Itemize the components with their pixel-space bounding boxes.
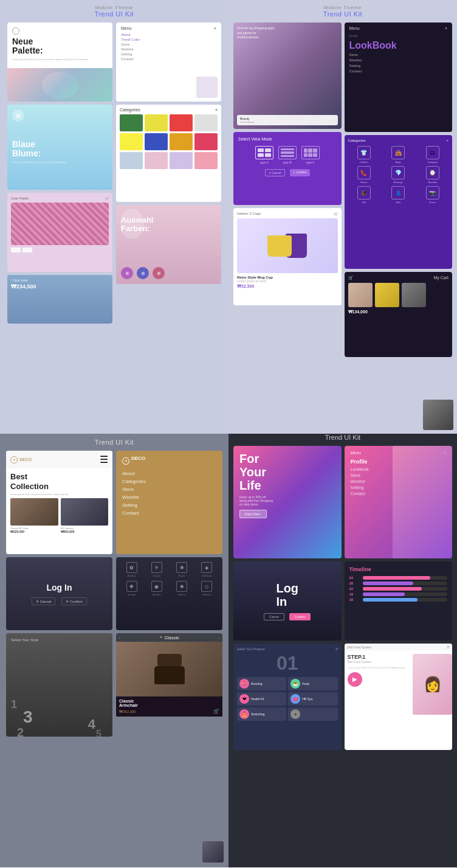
- q2-hero-text: Find the top Shopping appsand games forA…: [237, 26, 338, 40]
- q3-next-btn[interactable]: ›: [218, 636, 219, 639]
- q4-food-title: Diet Food System: [348, 645, 372, 649]
- q2-kit-sub: Mobile Theme: [228, 0, 457, 10]
- q4-menu-title: Menu: [351, 451, 362, 455]
- auswahl-icon-2: ⊛: [137, 267, 149, 279]
- palette-label: Color Palette: [11, 196, 29, 200]
- q3-deco-subtext: Lorem ipsum dolor sit amet consectetur a…: [10, 493, 108, 496]
- auswahl-farben-card: AuswahlFarben: ⊛ ⊛ ⊛: [116, 205, 221, 284]
- icon-classic-1: ⚜: [151, 562, 162, 573]
- neue-title: NeuePalette:: [12, 37, 108, 56]
- color-palette-card: Color Palette 🛒: [7, 193, 112, 272]
- q3-login-buttons: ✕ Cancel ✕ Confirm: [32, 597, 87, 605]
- q1-menu-close[interactable]: ×: [214, 26, 216, 30]
- neue-palette-card: NeuePalette: Lorem ipsum dolor sit amet …: [7, 23, 112, 102]
- q4-hero-title: ForYourLife: [239, 452, 335, 492]
- q2-cart-items: [348, 283, 449, 307]
- q3-kit-title: Trend UI Kit: [0, 434, 228, 446]
- q2-cart-icon: 🛒: [334, 212, 338, 216]
- q4-timeline-22: 22: [349, 587, 448, 591]
- q4-running-icon: 🏃: [239, 679, 249, 689]
- q4-hero-sub: Enjoy up to 35% offalong with free Shopp…: [239, 495, 335, 506]
- quadrant-top-left: Mobile Theme Trend UI Kit NeuePalette: L…: [0, 0, 228, 434]
- q2-purple-cat-title: Categories: [348, 139, 366, 142]
- q4-kit-title: Trend UI Kit: [228, 434, 457, 441]
- q4-fitness-hero-content: ForYourLife Enjoy up to 35% offalong wit…: [233, 446, 342, 558]
- q4-menu-lookbook: Lookbook: [351, 467, 447, 471]
- q2-product-sub: Lorem ipsum sit amet: [237, 279, 338, 283]
- auswahl-icon-3: ⊛: [153, 267, 165, 279]
- ultra-label: * Ultra Violet: [11, 279, 109, 282]
- q3-armchair-title: ClassicArmchair: [119, 699, 219, 707]
- q3-deco-store: Store: [122, 487, 216, 492]
- icon-nature-1: ❀: [176, 581, 187, 592]
- q4-food-icon: 🥗: [290, 679, 300, 689]
- q4-fitness-hero-card: ForYourLife Enjoy up to 35% offalong wit…: [233, 446, 342, 558]
- q2-my-cart-title: My Cart: [434, 276, 449, 280]
- q3-style-card: Select Your Style 3 1 4 2 5: [6, 633, 112, 737]
- q3-product-chair-price: ₩325,000: [10, 530, 58, 533]
- q2-product-image: [237, 218, 338, 273]
- q4-confirm-btn[interactable]: Confirm: [289, 613, 311, 620]
- q4-timeline-title: Timeline: [349, 566, 448, 572]
- q4-more-btn[interactable]: +: [288, 707, 337, 721]
- q4-hero-btn[interactable]: Enjoy Now ›: [239, 510, 267, 518]
- q4-hr-icon: 💓: [290, 694, 300, 704]
- q4-food-btn[interactable]: 🥗 Food: [288, 677, 337, 690]
- neue-bg-image: [7, 68, 112, 102]
- q3-armchair-price: ₩352,300: [119, 709, 136, 713]
- q4-program-icons-grid: 🏃 Running 🥗 Food ❤ Health Fit 💓: [237, 677, 338, 721]
- q4-program-menu: ☰: [335, 647, 338, 651]
- q3-cancel-btn[interactable]: ✕ Cancel: [32, 597, 55, 605]
- q4-hr-btn[interactable]: 💓 HR Sys.: [288, 692, 337, 706]
- q2-confirm-btn[interactable]: ✓ Confirm: [290, 169, 310, 176]
- q3-confirm-btn[interactable]: ✕ Confirm: [61, 597, 87, 605]
- q2-cancel-btn[interactable]: ✕ Cancel: [265, 169, 285, 176]
- q4-play-btn[interactable]: ▶: [348, 672, 362, 687]
- q3-deco-logo: DECO: [19, 457, 32, 462]
- q2-dark-menu-title: Menu: [349, 26, 360, 30]
- q2-dark-menu-card: Menu × Profile LookBook Store Wishlist S…: [345, 23, 453, 132]
- q3-deco-contact: Contact: [122, 510, 216, 516]
- q4-food-text: STEP.1 Diet Food System Lorem ipsum dolo…: [348, 654, 411, 715]
- q1-cat-grid: [120, 114, 218, 169]
- q4-health-btn[interactable]: ❤ Health Fit: [237, 692, 286, 706]
- q4-food-image: 👩: [413, 654, 449, 715]
- q4-timeline-16: 16: [349, 598, 448, 602]
- ultra-price: ₩234,500: [11, 283, 109, 290]
- q3-deco-categories: Categories: [122, 479, 216, 484]
- q4-fitness-login-card: LogIn Cancel Confirm: [233, 561, 342, 641]
- blaue-blume-card: ✿ BlaueBlume: Lorem ipsum dolor sit amet…: [7, 105, 112, 190]
- quadrant-top-right: Mobile Theme Trend UI Kit Find the top S…: [228, 0, 457, 434]
- q4-running-btn[interactable]: 🏃 Running: [237, 677, 286, 690]
- q4-fitness-login-content: LogIn Cancel Confirm: [233, 561, 342, 641]
- q3-prev-btn[interactable]: ‹: [119, 636, 120, 639]
- q3-login-content: Log In ✕ Cancel ✕ Confirm: [6, 557, 112, 630]
- q4-menu-store: Store: [351, 473, 447, 477]
- q4-program-card: Select Your Program ☰ 01 🏃 Running 🥗 Foo…: [233, 644, 342, 750]
- q4-food-desc: Lorem ipsum dolor sit amet consectetur a…: [348, 666, 411, 670]
- q2-view-modes: type A type B: [238, 146, 337, 164]
- q2-purple-cat-grid: 👕 Clothes 👜 Bags 🗂 Category 👠: [348, 146, 449, 204]
- q4-stretch-btn[interactable]: 🧘 Stretching: [237, 707, 286, 721]
- icon-minimal-1: ◇: [201, 581, 212, 592]
- q3-icons-grid: ✿Antique ⚜Classic ❋Rustic ◈Contemp. ✤Vin…: [121, 562, 218, 596]
- q2-purple-cat-close[interactable]: ×: [446, 139, 448, 142]
- q3-classic-label: Classic: [165, 636, 180, 640]
- q4-cancel-btn[interactable]: Cancel: [264, 613, 284, 620]
- auswahl-icon-1: ⊛: [121, 267, 133, 279]
- icon-floral-1: ✿: [126, 562, 137, 573]
- icon-vintage-1: ✤: [126, 581, 137, 592]
- quadrant-bottom-left: Trend UI Kit ✦ DECO ☰ BestCollection Lor: [0, 434, 228, 867]
- q4-stretch-icon: 🧘: [239, 709, 249, 719]
- icon-modern-1: ◉: [151, 581, 162, 592]
- neue-icon: [12, 27, 19, 35]
- q4-menu-profile-title: Profile: [351, 459, 447, 465]
- deco-menu-logo-icon: ✦: [122, 457, 129, 465]
- q1-cat-close[interactable]: ×: [215, 108, 218, 112]
- q1-menu-title: Menu: [121, 26, 132, 30]
- q3-style-content: Select Your Style 3 1 4 2 5: [6, 633, 112, 737]
- q4-timeline-card: Timeline 04 28 22 19: [345, 561, 453, 641]
- q2-dark-menu-close[interactable]: ×: [445, 26, 447, 30]
- q3-classic-card: ‹ ✦ Classic › ClassicA: [116, 633, 222, 737]
- q1-categories-card: Categories ×: [116, 105, 221, 202]
